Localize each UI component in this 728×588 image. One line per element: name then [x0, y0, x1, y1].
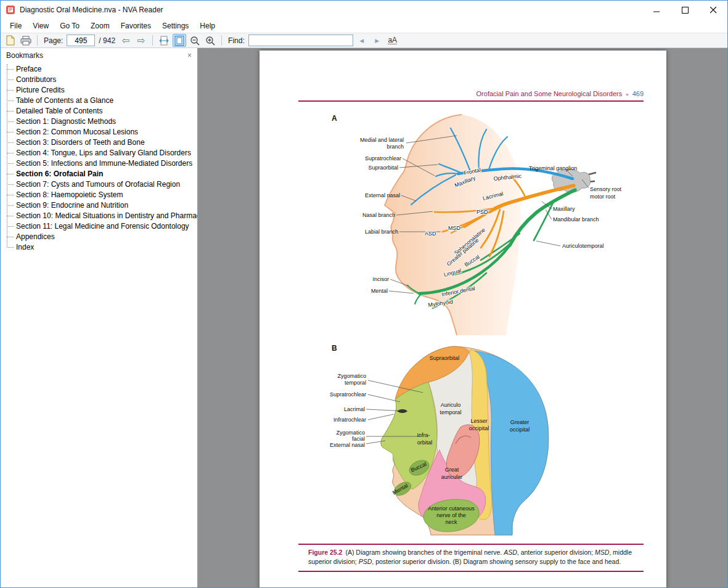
bookmark-item[interactable]: Section 3: Disorders of Teeth and Bone — [7, 137, 197, 148]
minimize-button[interactable] — [642, 1, 671, 19]
app-icon — [6, 5, 15, 15]
document-icon — [6, 35, 15, 46]
window-title: Diagnostic Oral Medicine.nva - NVA Reade… — [20, 6, 163, 14]
close-icon — [710, 7, 717, 14]
label-external-nasal: External nasal — [365, 192, 400, 198]
bookmark-item[interactable]: Section 1: Diagnostic Methods — [7, 116, 197, 127]
label-zygomatico-facial-2: facial — [352, 436, 365, 442]
bookmark-item[interactable]: Appendices — [7, 232, 197, 242]
running-head-rule — [298, 100, 644, 102]
menu-goto[interactable]: Go To — [54, 20, 85, 32]
label-great-auricular-2: auricular — [441, 474, 463, 480]
back-arrow-icon: ⇦ — [122, 36, 130, 45]
find-next-button[interactable]: ▶ — [370, 34, 384, 47]
bookmarks-header: Bookmarks × — [1, 48, 197, 62]
running-head: Orofacial Pain and Some Neurological Dis… — [298, 90, 644, 97]
find-input[interactable] — [248, 35, 353, 46]
find-next-icon: ▶ — [375, 38, 379, 44]
caption-segment: (A) Diagram showing branches of the trig… — [345, 549, 504, 556]
print-button[interactable] — [19, 34, 33, 47]
caption-segment: , posterior superior division. (B) Diagr… — [372, 558, 621, 565]
find-previous-icon: ◀ — [359, 38, 364, 44]
running-head-marker: » — [626, 92, 628, 97]
bookmark-item[interactable]: Section 10: Medical Situations in Dentis… — [7, 211, 197, 221]
zoom-out-button[interactable] — [188, 34, 202, 47]
fit-width-button[interactable] — [157, 34, 171, 47]
label-external-nasal-b: External nasal — [330, 442, 365, 448]
maximize-button[interactable] — [671, 1, 699, 19]
menu-help[interactable]: Help — [194, 20, 221, 32]
bookmark-item-current[interactable]: Section 6: Orofacial Pain — [7, 169, 197, 179]
bookmark-item[interactable]: Section 4: Tongue, Lips and Salivary Gla… — [7, 148, 197, 158]
label-medial-lateral-branch-2: branch — [386, 144, 404, 150]
label-motor-root: motor root — [590, 194, 616, 200]
bookmark-item[interactable]: Contributors — [7, 75, 197, 85]
figure-caption: Figure 25.2(A) Diagram showing branches … — [298, 544, 644, 572]
maximize-icon — [682, 7, 689, 14]
find-label: Find: — [228, 36, 245, 45]
label-medial-lateral-branch: Medial and lateral — [360, 137, 404, 143]
window-controls — [642, 1, 727, 19]
label-greater-occipital: Greater — [510, 419, 530, 425]
figure-a-diagram: Medial and lateral branch Supratrochlear… — [297, 111, 642, 338]
fit-page-button[interactable] — [173, 34, 186, 47]
fit-page-icon — [174, 35, 185, 46]
document-button[interactable] — [4, 34, 17, 47]
bookmark-item[interactable]: Index — [7, 242, 197, 253]
menu-bar: File View Go To Zoom Favorites Settings … — [1, 19, 727, 33]
bookmark-item[interactable]: Section 2: Common Mucosal Lesions — [7, 127, 197, 137]
bookmarks-tree: Preface Contributors Picture Credits Tab… — [1, 64, 197, 253]
label-supratrochlear: Supratrochlear — [365, 155, 401, 161]
caption-lead: Figure 25.2 — [308, 549, 342, 556]
back-button[interactable]: ⇦ — [119, 34, 133, 47]
label-anterior-cutaneous: Anterior cutaneous — [428, 505, 475, 512]
toolbar-separator — [221, 35, 222, 46]
menu-settings[interactable]: Settings — [157, 20, 194, 32]
label-labial-branch: Labial branch — [365, 229, 398, 235]
running-head-title: Orofacial Pain and Some Neurological Dis… — [476, 90, 623, 97]
bookmark-item[interactable]: Section 11: Legal Medicine and Forensic … — [7, 221, 197, 232]
label-msd: MSD — [448, 225, 461, 231]
forward-button[interactable]: ⇨ — [134, 34, 148, 47]
menu-file[interactable]: File — [4, 20, 27, 32]
fit-width-icon — [158, 35, 170, 46]
page-label: Page: — [44, 36, 63, 45]
toolbar-separator — [152, 35, 153, 46]
app-window: Diagnostic Oral Medicine.nva - NVA Reade… — [0, 0, 728, 588]
bookmark-item[interactable]: Table of Contents at a Glance — [7, 96, 197, 106]
zoom-in-button[interactable] — [203, 34, 217, 47]
bookmark-item[interactable]: Section 7: Cysts and Tumours of Orofacia… — [7, 179, 197, 190]
bookmark-item[interactable]: Detailed Table of Contents — [7, 106, 197, 116]
bookmark-item[interactable]: Picture Credits — [7, 85, 197, 96]
label-supraorbital: Supraorbital — [368, 165, 398, 171]
close-button[interactable] — [699, 1, 727, 19]
bookmark-item[interactable]: Preface — [7, 64, 197, 75]
main-area: Bookmarks × Preface Contributors Picture… — [1, 48, 727, 587]
label-auriculo-temporal: Auriculo — [441, 402, 461, 408]
match-case-button[interactable]: aA — [386, 34, 399, 47]
caption-segment: , anterior superior division; — [517, 549, 595, 556]
label-zygomatico-facial: Zygomatico — [336, 430, 365, 436]
label-mandibular-branch: Mandibular branch — [553, 216, 599, 223]
bookmark-item[interactable]: Section 5: Infections and Immune-Mediate… — [7, 158, 197, 169]
find-previous-button[interactable]: ◀ — [355, 34, 369, 47]
bookmarks-close-icon[interactable]: × — [187, 51, 192, 60]
figure-b-diagram: Zygomatico temporal Supratrochlear Lacri… — [297, 345, 605, 541]
label-auriculotemporal: Auriculotemporal — [562, 243, 604, 249]
menu-zoom[interactable]: Zoom — [85, 20, 115, 32]
page-total: / 942 — [99, 36, 115, 45]
label-sensory-root: Sensory root — [590, 186, 622, 192]
label-incisor: Incisor — [372, 276, 389, 282]
zoom-out-icon — [189, 35, 200, 46]
label-psd: PSD — [476, 209, 488, 215]
menu-favorites[interactable]: Favorites — [115, 20, 157, 32]
label-anterior-cutaneous-3: neck — [445, 519, 457, 525]
caption-segment-msd: MSD — [595, 549, 609, 556]
page-number-input[interactable] — [67, 35, 95, 46]
label-asd: ASD — [425, 231, 436, 237]
label-zygomatico-temporal: Zygomatico — [337, 373, 366, 379]
menu-view[interactable]: View — [27, 20, 54, 32]
label-nasal-branch: Nasal branch — [362, 212, 395, 218]
bookmark-item[interactable]: Section 8: Haemopoietic System — [7, 190, 197, 200]
bookmark-item[interactable]: Section 9: Endocrine and Nutrition — [7, 200, 197, 211]
